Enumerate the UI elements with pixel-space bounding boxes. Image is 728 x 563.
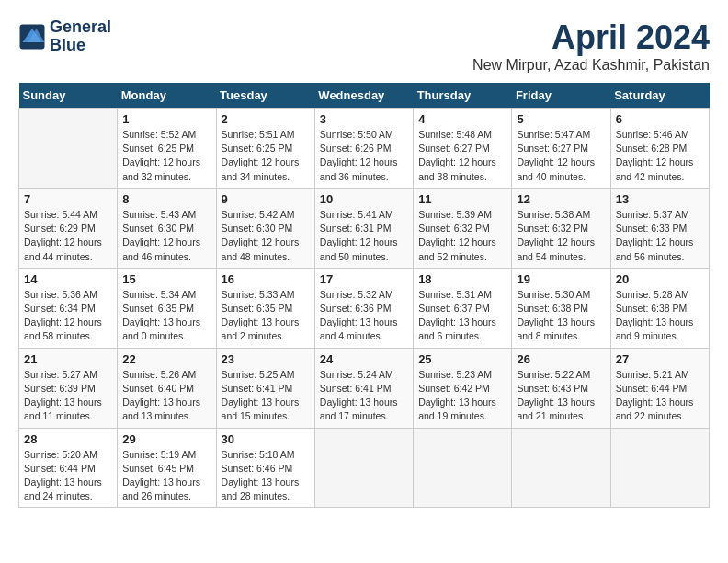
day-info: Sunrise: 5:50 AM Sunset: 6:26 PM Dayligh… — [320, 128, 408, 184]
day-info: Sunrise: 5:21 AM Sunset: 6:44 PM Dayligh… — [616, 368, 704, 424]
calendar-cell: 27Sunrise: 5:21 AM Sunset: 6:44 PM Dayli… — [610, 348, 709, 428]
calendar-cell: 10Sunrise: 5:41 AM Sunset: 6:31 PM Dayli… — [314, 188, 413, 268]
day-number: 1 — [122, 112, 210, 126]
calendar-cell: 28Sunrise: 5:20 AM Sunset: 6:44 PM Dayli… — [19, 428, 118, 508]
day-info: Sunrise: 5:47 AM Sunset: 6:27 PM Dayligh… — [517, 128, 605, 184]
calendar-cell — [414, 428, 512, 508]
day-info: Sunrise: 5:30 AM Sunset: 6:38 PM Dayligh… — [517, 288, 605, 344]
day-info: Sunrise: 5:22 AM Sunset: 6:43 PM Dayligh… — [517, 368, 605, 424]
calendar-cell: 8Sunrise: 5:43 AM Sunset: 6:30 PM Daylig… — [118, 188, 216, 268]
calendar-cell — [19, 109, 118, 189]
day-info: Sunrise: 5:18 AM Sunset: 6:46 PM Dayligh… — [222, 448, 310, 504]
calendar-cell: 21Sunrise: 5:27 AM Sunset: 6:39 PM Dayli… — [19, 348, 118, 428]
day-number: 16 — [222, 272, 310, 286]
day-number: 12 — [517, 192, 605, 206]
day-info: Sunrise: 5:48 AM Sunset: 6:27 PM Dayligh… — [418, 128, 506, 184]
day-number: 29 — [122, 432, 210, 446]
weekday-header-friday: Friday — [512, 83, 610, 109]
calendar-table: SundayMondayTuesdayWednesdayThursdayFrid… — [18, 83, 710, 508]
logo-text: General Blue — [50, 18, 111, 55]
day-info: Sunrise: 5:23 AM Sunset: 6:42 PM Dayligh… — [418, 368, 506, 424]
day-number: 18 — [418, 272, 506, 286]
logo-line2: Blue — [50, 37, 111, 55]
day-number: 4 — [418, 112, 506, 126]
day-info: Sunrise: 5:46 AM Sunset: 6:28 PM Dayligh… — [616, 128, 704, 184]
calendar-cell: 14Sunrise: 5:36 AM Sunset: 6:34 PM Dayli… — [19, 268, 118, 348]
weekday-header-sunday: Sunday — [19, 83, 118, 109]
calendar-cell: 30Sunrise: 5:18 AM Sunset: 6:46 PM Dayli… — [216, 428, 314, 508]
day-info: Sunrise: 5:31 AM Sunset: 6:37 PM Dayligh… — [418, 288, 506, 344]
day-info: Sunrise: 5:28 AM Sunset: 6:38 PM Dayligh… — [616, 288, 704, 344]
calendar-cell: 24Sunrise: 5:24 AM Sunset: 6:41 PM Dayli… — [314, 348, 413, 428]
weekday-header-thursday: Thursday — [414, 83, 512, 109]
day-info: Sunrise: 5:41 AM Sunset: 6:31 PM Dayligh… — [320, 208, 408, 264]
calendar-cell — [314, 428, 413, 508]
day-number: 27 — [616, 352, 704, 366]
day-info: Sunrise: 5:39 AM Sunset: 6:32 PM Dayligh… — [418, 208, 506, 264]
title-area: April 2024 New Mirpur, Azad Kashmir, Pak… — [472, 18, 710, 74]
calendar-cell: 1Sunrise: 5:52 AM Sunset: 6:25 PM Daylig… — [118, 109, 216, 189]
page-header: General Blue April 2024 New Mirpur, Azad… — [18, 18, 710, 74]
week-row-1: 1Sunrise: 5:52 AM Sunset: 6:25 PM Daylig… — [19, 109, 710, 189]
calendar-cell: 29Sunrise: 5:19 AM Sunset: 6:45 PM Dayli… — [118, 428, 216, 508]
calendar-cell: 13Sunrise: 5:37 AM Sunset: 6:33 PM Dayli… — [610, 188, 709, 268]
day-number: 30 — [222, 432, 310, 446]
calendar-cell: 20Sunrise: 5:28 AM Sunset: 6:38 PM Dayli… — [610, 268, 709, 348]
weekday-header-tuesday: Tuesday — [216, 83, 314, 109]
day-number: 8 — [122, 192, 210, 206]
logo-icon — [18, 23, 46, 51]
day-number: 24 — [320, 352, 408, 366]
day-info: Sunrise: 5:52 AM Sunset: 6:25 PM Dayligh… — [122, 128, 210, 184]
day-number: 25 — [418, 352, 506, 366]
day-number: 19 — [517, 272, 605, 286]
day-info: Sunrise: 5:43 AM Sunset: 6:30 PM Dayligh… — [122, 208, 210, 264]
calendar-cell: 26Sunrise: 5:22 AM Sunset: 6:43 PM Dayli… — [512, 348, 610, 428]
calendar-cell: 16Sunrise: 5:33 AM Sunset: 6:35 PM Dayli… — [216, 268, 314, 348]
weekday-header-saturday: Saturday — [610, 83, 709, 109]
day-number: 28 — [24, 432, 112, 446]
week-row-5: 28Sunrise: 5:20 AM Sunset: 6:44 PM Dayli… — [19, 428, 710, 508]
calendar-cell: 6Sunrise: 5:46 AM Sunset: 6:28 PM Daylig… — [610, 109, 709, 189]
calendar-cell: 3Sunrise: 5:50 AM Sunset: 6:26 PM Daylig… — [314, 109, 413, 189]
calendar-cell: 7Sunrise: 5:44 AM Sunset: 6:29 PM Daylig… — [19, 188, 118, 268]
day-info: Sunrise: 5:44 AM Sunset: 6:29 PM Dayligh… — [24, 208, 112, 264]
calendar-cell: 22Sunrise: 5:26 AM Sunset: 6:40 PM Dayli… — [118, 348, 216, 428]
day-number: 10 — [320, 192, 408, 206]
calendar-cell: 4Sunrise: 5:48 AM Sunset: 6:27 PM Daylig… — [414, 109, 512, 189]
day-info: Sunrise: 5:27 AM Sunset: 6:39 PM Dayligh… — [24, 368, 112, 424]
calendar-cell — [610, 428, 709, 508]
day-number: 9 — [222, 192, 310, 206]
calendar-cell: 25Sunrise: 5:23 AM Sunset: 6:42 PM Dayli… — [414, 348, 512, 428]
calendar-cell: 19Sunrise: 5:30 AM Sunset: 6:38 PM Dayli… — [512, 268, 610, 348]
calendar-cell: 9Sunrise: 5:42 AM Sunset: 6:30 PM Daylig… — [216, 188, 314, 268]
day-number: 15 — [122, 272, 210, 286]
day-info: Sunrise: 5:34 AM Sunset: 6:35 PM Dayligh… — [122, 288, 210, 344]
day-info: Sunrise: 5:42 AM Sunset: 6:30 PM Dayligh… — [222, 208, 310, 264]
weekday-header-wednesday: Wednesday — [314, 83, 413, 109]
day-number: 6 — [616, 112, 704, 126]
day-info: Sunrise: 5:37 AM Sunset: 6:33 PM Dayligh… — [616, 208, 704, 264]
day-info: Sunrise: 5:36 AM Sunset: 6:34 PM Dayligh… — [24, 288, 112, 344]
calendar-cell: 11Sunrise: 5:39 AM Sunset: 6:32 PM Dayli… — [414, 188, 512, 268]
day-info: Sunrise: 5:19 AM Sunset: 6:45 PM Dayligh… — [122, 448, 210, 504]
day-number: 14 — [24, 272, 112, 286]
day-number: 17 — [320, 272, 408, 286]
logo: General Blue — [18, 18, 111, 55]
day-info: Sunrise: 5:38 AM Sunset: 6:32 PM Dayligh… — [517, 208, 605, 264]
day-number: 2 — [222, 112, 310, 126]
calendar-cell: 5Sunrise: 5:47 AM Sunset: 6:27 PM Daylig… — [512, 109, 610, 189]
day-number: 23 — [222, 352, 310, 366]
day-info: Sunrise: 5:20 AM Sunset: 6:44 PM Dayligh… — [24, 448, 112, 504]
day-number: 3 — [320, 112, 408, 126]
logo-line1: General — [50, 18, 111, 37]
weekday-header-monday: Monday — [118, 83, 216, 109]
calendar-cell: 18Sunrise: 5:31 AM Sunset: 6:37 PM Dayli… — [414, 268, 512, 348]
page-subtitle: New Mirpur, Azad Kashmir, Pakistan — [472, 57, 710, 74]
day-info: Sunrise: 5:51 AM Sunset: 6:25 PM Dayligh… — [222, 128, 310, 184]
day-info: Sunrise: 5:32 AM Sunset: 6:36 PM Dayligh… — [320, 288, 408, 344]
day-info: Sunrise: 5:24 AM Sunset: 6:41 PM Dayligh… — [320, 368, 408, 424]
weekday-header-row: SundayMondayTuesdayWednesdayThursdayFrid… — [19, 83, 710, 109]
page-title: April 2024 — [472, 18, 710, 57]
calendar-cell: 15Sunrise: 5:34 AM Sunset: 6:35 PM Dayli… — [118, 268, 216, 348]
day-number: 5 — [517, 112, 605, 126]
